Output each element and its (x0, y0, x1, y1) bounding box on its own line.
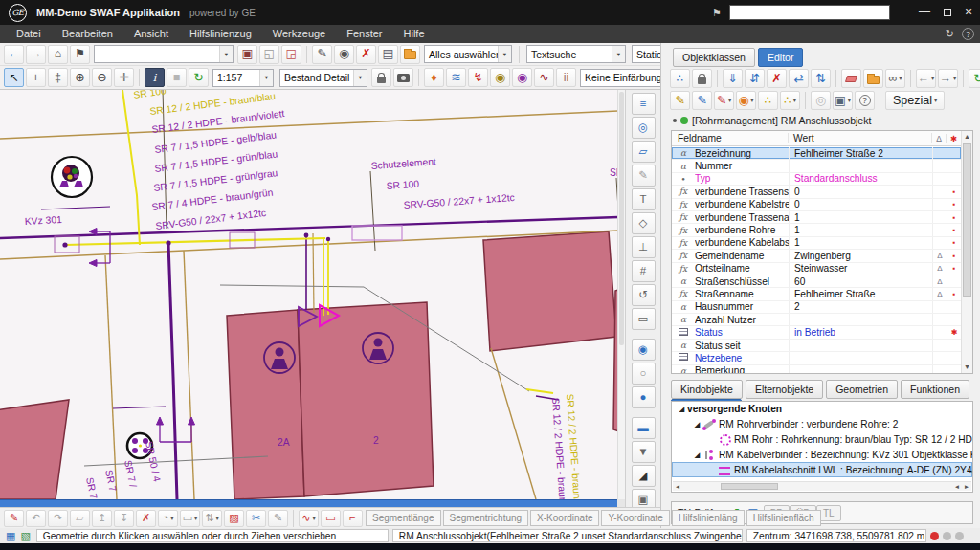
snap-line-button[interactable]: ∿▾ (299, 510, 319, 527)
find-object-button[interactable]: ∞▾ (885, 69, 905, 88)
field-row-verbundene-trassenabs[interactable]: ƒxverbundene Trassenabs...1▪ (672, 211, 961, 224)
field-value[interactable]: Steinwasser (789, 263, 932, 275)
field-value[interactable]: Fehlheimer Straße (789, 288, 932, 299)
scroll-left-icon[interactable]: ◄ (952, 483, 962, 490)
color-customers-button[interactable]: ii (556, 68, 576, 87)
field-row-status-seit[interactable]: αStatus seit (672, 340, 961, 352)
field-value[interactable]: 1 (789, 224, 932, 235)
scrollbar-thumb[interactable] (721, 483, 778, 490)
menu-bearbeiten[interactable]: Bearbeiten (52, 25, 123, 43)
remove-geometry-button[interactable]: ✎▾ (714, 91, 734, 110)
overview-map-icon[interactable]: ▦ (6, 531, 15, 541)
chevron-down-icon[interactable]: ▾ (194, 515, 197, 522)
tree-node-versorgende-knoten[interactable]: ◢versorgende Knoten (672, 402, 972, 417)
ground-symbol-button[interactable]: ⊥ (632, 236, 656, 258)
trace-upstream-button[interactable]: ∴ (758, 91, 778, 110)
map-vertical-scrollbar[interactable] (617, 90, 625, 499)
chevron-down-icon[interactable]: ▾ (312, 515, 315, 522)
chevron-down-icon[interactable]: ▾ (750, 97, 753, 104)
color-gas-button[interactable]: ◉ (490, 68, 510, 87)
color-telco-button[interactable]: ◉ (512, 68, 532, 87)
chevron-down-icon[interactable]: ▾ (931, 75, 934, 82)
field-value[interactable]: 0 (789, 199, 932, 210)
tab-funktionen[interactable]: Funktionen (901, 380, 969, 399)
view-mode-combobox[interactable]: Bestand Detail▾ (279, 69, 368, 87)
map-horizontal-scrollbar[interactable] (0, 499, 617, 507)
scroll-up-icon[interactable]: ▲ (962, 131, 972, 143)
color-water-button[interactable]: ≋ (446, 68, 466, 87)
tab-editor[interactable]: Editor (758, 48, 803, 67)
delete-object-button[interactable]: ✗ (767, 69, 787, 88)
redo-geometry-button[interactable]: ↷ (48, 510, 68, 527)
menu-hilfslinienzug[interactable]: Hilfslinienzug (179, 25, 262, 43)
field-row-nummer[interactable]: αNummer (672, 160, 961, 172)
move-down-button[interactable]: ↧ (114, 510, 134, 527)
field-value[interactable]: 0 (789, 186, 932, 197)
pick-point-button[interactable]: + (26, 68, 46, 87)
minimize-button[interactable]: — (914, 0, 935, 23)
set-location-button[interactable]: ◉▾ (736, 91, 756, 110)
clear-selection-button[interactable]: ✗ (356, 45, 376, 64)
info-button[interactable]: i (145, 68, 165, 87)
expander-icon[interactable]: ◢ (677, 405, 687, 413)
field-value[interactable]: 2 (789, 301, 932, 313)
scrollbar-thumb[interactable] (619, 92, 624, 345)
field-row-verbundene-trassenstr[interactable]: ƒxverbundene Trassenstr...0▪ (672, 186, 961, 198)
field-value[interactable]: in Betrieb (789, 326, 932, 338)
field-value[interactable] (789, 314, 932, 325)
tab-objektklassen[interactable]: Objektklassen (673, 48, 755, 67)
field-value[interactable]: 1 (789, 211, 932, 223)
pin-marker-button[interactable]: ◉ (632, 339, 656, 361)
field-row-hausnummer[interactable]: αHausnummer2 (672, 301, 961, 314)
edit-vertex-button[interactable]: ✎ (4, 510, 24, 527)
back-button[interactable]: ← (4, 45, 24, 64)
snapshot-button[interactable] (393, 68, 413, 87)
detail-map-icon[interactable]: ▧ (20, 531, 30, 541)
field-value[interactable]: 60 (789, 275, 932, 287)
field-row-bezeichnung[interactable]: αBezeichnungFehlheimer Straße 2 (672, 147, 961, 160)
coordinates-button[interactable]: ◎ (632, 117, 656, 139)
chevron-down-icon[interactable]: ▾ (498, 46, 511, 62)
address-combobox[interactable]: ▾ (94, 45, 234, 63)
color-heat-button[interactable]: ♦ (424, 68, 444, 87)
tree-horizontal-scrollbar[interactable]: ◄ ◄► (673, 481, 971, 491)
field-row-verbundene-kabelabsc[interactable]: ƒxverbundene Kabelabsc...1▪ (672, 237, 961, 250)
rectangle-button[interactable]: ▭ (632, 308, 656, 330)
menu-werkzeuge[interactable]: Werkzeuge (262, 25, 336, 43)
bookmark-button[interactable]: ⚑ (70, 45, 90, 64)
delete-vertex-button[interactable]: ✗ (136, 510, 156, 527)
chevron-down-icon[interactable]: ▾ (934, 97, 937, 104)
stop-button[interactable]: ■ (167, 68, 187, 87)
field-row-typ[interactable]: ●TypStandardanschluss (672, 173, 961, 186)
column-mandatory[interactable]: ✱ (947, 134, 961, 143)
chevron-down-icon[interactable]: ▾ (353, 70, 367, 86)
layer-list-button[interactable]: ≡ (632, 93, 656, 115)
move-up-button[interactable]: ↥ (92, 510, 112, 527)
polygon-button[interactable]: ▱ (70, 510, 90, 527)
field-value[interactable]: Zwingenberg (789, 250, 932, 261)
merge-object-button[interactable]: ⇅ (811, 69, 831, 88)
column-feldname[interactable]: Feldname (672, 133, 789, 143)
window-copy-button[interactable]: ▤ (378, 45, 398, 64)
tab-geometrien[interactable]: Geometrien (826, 380, 898, 399)
focus-selection-button[interactable]: ◉ (334, 45, 354, 64)
chevron-down-icon[interactable]: ▾ (219, 46, 233, 62)
hatch-button[interactable]: # (632, 260, 656, 282)
spezial-button[interactable]: Spezial▾ (885, 91, 945, 110)
snap-corner-button[interactable]: ⌐ (343, 510, 363, 527)
field-value[interactable] (789, 340, 932, 351)
expander-icon[interactable]: ◢ (692, 451, 702, 459)
zoom-extents-button[interactable]: ▣ (237, 45, 257, 64)
timer-button[interactable]: ◔▾ (158, 510, 178, 527)
field-value[interactable]: 1 (789, 237, 932, 249)
menu-ansicht[interactable]: Ansicht (123, 25, 179, 43)
slope-button[interactable]: ◢ (632, 465, 656, 487)
tree-node-rm-rohrverbinder[interactable]: ◢RM Rohrverbinder : verbundene Rohre: 2 (672, 417, 972, 432)
measure-button[interactable]: ✎ (312, 45, 332, 64)
column-delta[interactable]: Δ (932, 134, 947, 143)
tab-kindobjekte[interactable]: Kindobjekte (671, 380, 743, 399)
tab-elternobjekte[interactable]: Elternobjekte (746, 380, 823, 399)
trace-network-button[interactable]: ∴ (670, 69, 690, 88)
world-view-button[interactable]: ◎ (811, 91, 831, 110)
chevron-down-icon[interactable]: ▾ (215, 515, 218, 522)
